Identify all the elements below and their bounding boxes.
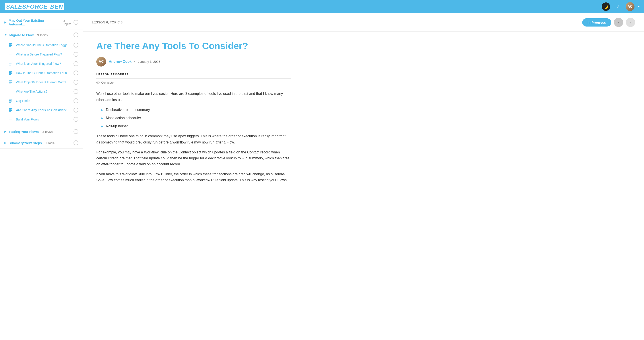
content-body-wrapper: Are There Any Tools To Consider? AC Andr… [83,32,304,196]
lesson-progress-label: LESSON PROGRESS [96,73,291,76]
avatar[interactable]: AC [626,2,634,11]
section-title-map-out: Map Out Your Existing Automat... [9,18,60,26]
section-circle-summary [74,140,78,145]
sidebar-item-what-object[interactable]: What Object/s Does It Interact With? [0,78,83,87]
main-content-area: LESSON 6, TOPIC 8 In Progress ‹ › Are Th… [83,13,644,340]
paragraph-2: These tools all have one thing in common… [96,133,291,145]
sidebar: ▶ Map Out Your Existing Automat... 3 Top… [0,13,83,340]
section-title-summary: Summary/Next Steps [9,141,42,145]
sidebar-section-header-migrate[interactable]: ▼ Migrate to Flow 9 Topics [0,29,83,40]
section-circle-testing [74,129,78,134]
item-circle-build-your-flows [74,117,78,122]
item-circle-where-should [74,43,78,47]
lesson-label: LESSON 6, TOPIC 8 [92,20,123,24]
top-bar: LESSON 6, TOPIC 8 In Progress ‹ › [83,13,644,32]
top-bar-right: In Progress ‹ › [582,18,635,27]
section-title-testing: Testing Your Flows [9,130,39,134]
sidebar-item-what-is-before[interactable]: What is a Before Triggered Flow? [0,50,83,59]
section-count-summary: 1 Topic [46,141,54,145]
sidebar-item-label-what-object: What Object/s Does It Interact With? [16,80,71,84]
item-circle-what-is-before [74,52,78,57]
list-item: ▶ Mass action scheduler [101,115,291,121]
sidebar-item-label-build-your-flows: Build Your Flows [16,118,71,121]
item-circle-what-object [74,80,78,85]
logo-text: SALESFORCE [5,3,49,10]
expand-button[interactable]: ⤢ [614,2,622,11]
author-date: January 3, 2023 [138,60,160,63]
bullet-arrow-2: ▶ [101,116,103,121]
section-circle-map-out [74,20,78,25]
sidebar-section-map-out: ▶ Map Out Your Existing Automat... 3 Top… [0,15,83,29]
intro-paragraph: We all use other tools to make our lives… [96,91,291,103]
sidebar-section-header-summary[interactable]: ▶ Summary/Next Steps 1 Topic [0,137,83,148]
sidebar-section-header-testing[interactable]: ▶ Testing Your Flows 3 Topics [0,126,83,137]
author-row: AC Andrew Cook • January 3, 2023 [96,57,291,67]
bullet-arrow-3: ▶ [101,124,103,129]
list-item: ▶ Roll-up helper [101,123,291,129]
sidebar-item-what-is-after[interactable]: What is an After Triggered Flow? [0,59,83,68]
nav-next-button[interactable]: › [626,18,635,27]
progress-percent: 0% Complete [96,81,114,84]
section-left-migrate: ▼ Migrate to Flow 9 Topics [4,33,48,37]
sidebar-section-summary: ▶ Summary/Next Steps 1 Topic [0,137,83,149]
bullet-item-1: Declarative roll-up summary [106,107,150,113]
section-count-testing: 3 Topics [42,130,53,133]
header-chevron-icon[interactable]: ▾ [638,5,640,8]
item-circle-how-is-current [74,70,78,75]
toggle-icon-map-out: ▶ [4,21,6,24]
header-right: 🌙 ⤢ AC ▾ [602,2,640,11]
item-icon-what-object [9,80,13,84]
sidebar-section-header-map-out[interactable]: ▶ Map Out Your Existing Automat... 3 Top… [0,15,83,29]
item-icon-how-is-current [9,71,13,75]
item-circle-what-is-after [74,61,78,66]
item-icon-where-should [9,43,13,47]
toggle-icon-summary: ▶ [4,141,6,144]
sidebar-item-label-what-is-after: What is an After Triggered Flow? [16,62,71,65]
content-title: Are There Any Tools To Consider? [96,40,291,51]
bullet-arrow-1: ▶ [101,107,103,113]
lesson-progress-section: LESSON PROGRESS 0% Complete [96,73,291,84]
sidebar-item-are-there-tools[interactable]: Are There Any Tools To Consider? [0,105,83,115]
item-icon-org-limits [9,99,13,103]
section-left-testing: ▶ Testing Your Flows 3 Topics [4,130,53,134]
toggle-icon-migrate: ▼ [4,33,7,36]
section-circle-migrate [74,32,78,37]
author-dot: • [134,60,135,63]
sidebar-section-testing: ▶ Testing Your Flows 3 Topics [0,126,83,137]
item-circle-are-there-tools [74,108,78,113]
sidebar-item-build-your-flows[interactable]: Build Your Flows [0,115,83,124]
dark-mode-button[interactable]: 🌙 [602,2,610,11]
sidebar-item-label-org-limits: Org Limits [16,99,71,103]
sidebar-item-label-what-are-actions: What Are The Actions? [16,90,71,93]
avatar-image: AC [626,2,634,11]
item-circle-org-limits [74,98,78,103]
bullet-item-2: Mass action scheduler [106,115,141,121]
sidebar-section-migrate: ▼ Migrate to Flow 9 Topics Where Should … [0,29,83,126]
list-item: ▶ Declarative roll-up summary [101,107,291,113]
logo[interactable]: SALESFORCEBEN [4,3,64,10]
section-count-map-out: 3 Topics [63,19,74,26]
paragraph-4: If you move this Workflow Rule into Flow… [96,171,291,183]
progress-bar-bg [96,78,291,79]
nav-prev-button[interactable]: ‹ [614,18,623,27]
content-body: We all use other tools to make our lives… [96,91,291,183]
sidebar-item-label-how-is-current: How Is The Current Automation Laun... [16,71,71,75]
section-title-migrate: Migrate to Flow [9,33,34,37]
bullet-item-3: Roll-up helper [106,123,128,129]
in-progress-button[interactable]: In Progress [582,18,611,26]
item-icon-what-are-actions [9,90,13,93]
logo-highlight: BEN [49,3,64,10]
author-name: Andrew Cook [109,60,132,64]
section-count-migrate: 9 Topics [37,33,48,37]
author-avatar: AC [96,57,106,67]
sidebar-item-how-is-current[interactable]: How Is The Current Automation Laun... [0,68,83,78]
sidebar-item-what-are-actions[interactable]: What Are The Actions? [0,87,83,96]
item-circle-what-are-actions [74,89,78,94]
sidebar-items-migrate: Where Should The Automation Trigge... Wh… [0,40,83,126]
item-icon-what-is-after [9,62,13,65]
paragraph-3: For example, you may have a Workflow Rul… [96,149,291,167]
sidebar-item-org-limits[interactable]: Org Limits [0,96,83,105]
item-icon-build-your-flows [9,118,13,121]
section-left-summary: ▶ Summary/Next Steps 1 Topic [4,141,54,145]
sidebar-item-where-should[interactable]: Where Should The Automation Trigge... [0,40,83,50]
